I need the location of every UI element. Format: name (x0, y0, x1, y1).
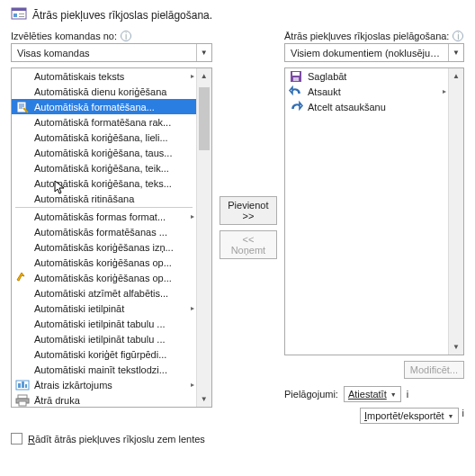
list-item[interactable]: Atcelt atsaukšanu (285, 99, 448, 114)
scroll-down-icon[interactable]: ▼ (449, 339, 463, 355)
list-item-label: Ātrais izkārtojums (34, 380, 183, 391)
apply-to-dropdown[interactable]: Visiem dokumentiem (noklusējums) ▼ (284, 43, 464, 62)
submenu-indicator-icon: ▸ (187, 212, 194, 220)
list-item[interactable]: Automātiskās koriģēšanas op... (12, 270, 196, 285)
svg-rect-8 (22, 382, 24, 388)
list-item[interactable]: Automātiskā koriģēšana, lieli... (12, 130, 196, 145)
list-item-label: Automātiskās formas format... (34, 211, 183, 222)
list-item-label: Atsaukt (308, 86, 435, 97)
list-item[interactable]: Atsaukt▸ (285, 84, 448, 99)
list-item[interactable]: Automātiskā dienu koriģēšana (12, 84, 196, 99)
list-item[interactable]: Automātiski ietilpināt▸ (12, 301, 196, 316)
list-item[interactable]: Automātiskās koriģēšanas op... (12, 255, 196, 270)
svg-rect-12 (19, 401, 26, 406)
info-icon[interactable]: i (407, 389, 408, 400)
list-item-label: Automātiski atzīmēt alfabētis... (34, 288, 194, 299)
list-item-label: Automātiskā ritināšana (34, 193, 194, 204)
list-item-label: Automātiskā koriģēšana, lieli... (34, 132, 194, 143)
list-item-label: Automātiski koriģēt figūrpēdi... (34, 349, 194, 360)
svg-rect-3 (19, 13, 24, 14)
separator (15, 207, 193, 208)
info-icon[interactable]: i (453, 31, 463, 41)
modify-button[interactable]: Modificēt... (404, 361, 464, 379)
list-item-label: Automātiskā koriģēšana, teks... (34, 178, 194, 189)
list-item-label: Automātiski ietilpināt tabulu ... (34, 319, 194, 329)
scrollbar[interactable]: ▲ ▼ (196, 68, 211, 407)
list-item[interactable]: Automātiskā koriģēšana, teks... (12, 175, 196, 191)
list-item-label: Automātiskās koriģēšanas op... (34, 273, 194, 283)
svg-rect-1 (12, 8, 26, 11)
list-item[interactable]: Automātiskās formas format...▸ (12, 209, 196, 224)
blank-icon (15, 256, 30, 270)
list-item[interactable]: Automātiskais teksts▸ (12, 68, 196, 84)
import-export-dropdown[interactable]: Importēt/eksportēt ▼ (360, 408, 459, 424)
list-item[interactable]: Automātiski ietilpināt tabulu ... (12, 331, 196, 346)
blank-icon (15, 225, 30, 239)
remove-button[interactable]: << Noņemt (220, 230, 277, 259)
list-item[interactable]: Automātiskās formatēšanas ... (12, 224, 196, 239)
blank-icon (15, 301, 30, 316)
list-item[interactable]: Ātrais izkārtojums▸ (12, 377, 196, 392)
blank-icon (15, 85, 30, 99)
commands-from-dropdown[interactable]: Visas komandas ▼ (11, 43, 212, 62)
list-item[interactable]: Automātiski ietilpināt tabulu ... (12, 316, 196, 331)
blank-icon (15, 332, 30, 346)
blank-icon (15, 146, 30, 160)
list-item[interactable]: Automātiskā ritināšana (12, 191, 196, 206)
list-item[interactable]: Saglabāt (285, 68, 448, 84)
svg-rect-7 (18, 383, 21, 388)
svg-rect-4 (19, 16, 24, 17)
list-item-label: Automātiskā formatēšana... (34, 102, 194, 112)
add-button[interactable]: Pievienot >> (220, 196, 277, 225)
scrollbar[interactable]: ▲ ▼ (448, 68, 463, 355)
list-item[interactable]: Automātiskā formatēšana... (12, 99, 196, 114)
list-item[interactable]: Automātiski mainīt tekstlodzi... (12, 362, 196, 377)
opt-icon (15, 271, 30, 285)
current-qat-list[interactable]: SaglabātAtsaukt▸Atcelt atsaukšanu ▲ ▼ (284, 67, 464, 355)
list-item[interactable]: Automātiski koriģēt figūrpēdi... (12, 346, 196, 362)
scroll-down-icon[interactable]: ▼ (197, 391, 211, 407)
blank-icon (15, 240, 30, 255)
reset-dropdown[interactable]: Atiestatīt ▼ (344, 386, 401, 402)
dialog-title: Ātrās piekļuves rīkjoslas pielāgošana. (32, 9, 212, 22)
customize-qat-label: Ātrās piekļuves rīkjoslas pielāgošana: (284, 31, 449, 41)
apply-to-value: Visiem dokumentiem (noklusējums) (285, 48, 448, 58)
svg-rect-10 (18, 395, 27, 399)
submenu-indicator-icon: ▸ (439, 87, 446, 95)
blank-icon (15, 130, 30, 145)
list-item-label: Automātiskās formatēšanas ... (34, 227, 194, 238)
chevron-down-icon: ▼ (390, 391, 397, 398)
blank-icon (15, 69, 30, 84)
list-item[interactable]: Automātiskās koriģēšanas izņ... (12, 239, 196, 255)
commands-from-value: Visas komandas (12, 48, 196, 58)
list-item-label: Automātiskā dienu koriģēšana (34, 86, 194, 97)
list-item[interactable]: Automātiskā koriģēšana, teik... (12, 160, 196, 175)
list-item-label: Automātiski mainīt tekstlodzi... (34, 364, 194, 375)
svg-rect-9 (25, 384, 27, 388)
info-icon[interactable]: i (462, 408, 464, 424)
submenu-indicator-icon: ▸ (187, 72, 194, 80)
list-item-label: Automātiski ietilpināt (34, 303, 183, 314)
show-below-ribbon-label: Rādīt ātrās piekļuves rīkjoslu zem lente… (28, 434, 205, 445)
chevron-down-icon: ▼ (448, 413, 454, 419)
qat-icon (11, 7, 27, 23)
list-item[interactable]: Ātrā druka (12, 392, 196, 408)
list-item-label: Automātiskā koriģēšana, taus... (34, 148, 194, 158)
scroll-up-icon[interactable]: ▲ (449, 68, 463, 84)
scroll-up-icon[interactable]: ▲ (197, 68, 211, 84)
available-commands-list[interactable]: Automātiskais teksts▸Automātiskā dienu k… (11, 67, 212, 408)
undo-icon (289, 85, 303, 99)
list-item[interactable]: Automātiskā formatēšana rak... (12, 114, 196, 130)
submenu-indicator-icon: ▸ (187, 381, 194, 389)
fmt-icon (15, 100, 30, 114)
blank-icon (15, 161, 30, 175)
scrollbar-thumb[interactable] (199, 87, 210, 150)
list-item-label: Automātiskās koriģēšanas op... (34, 257, 194, 268)
blank-icon (15, 192, 30, 206)
choose-commands-label: Izvēlēties komandas no: (11, 31, 117, 41)
list-item[interactable]: Automātiskā koriģēšana, taus... (12, 145, 196, 160)
blank-icon (15, 317, 30, 331)
info-icon[interactable]: i (121, 31, 131, 41)
show-below-ribbon-checkbox[interactable] (11, 433, 22, 445)
list-item[interactable]: Automātiski atzīmēt alfabētis... (12, 285, 196, 301)
